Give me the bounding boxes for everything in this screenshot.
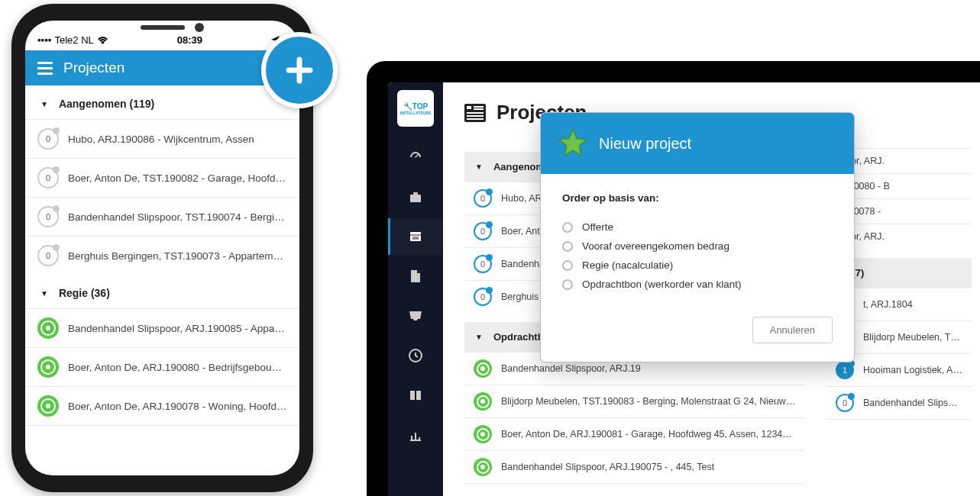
app-header: Projecten xyxy=(25,50,299,85)
radio-option[interactable]: Offerte xyxy=(562,217,833,237)
section-title: Regie (36) xyxy=(59,287,110,299)
list-item-text: Bandenhandel Slipspoor, ARJ.19 xyxy=(501,363,796,374)
list-item[interactable]: Boer, Anton De, ARJ.190081 - Garage, Hoo… xyxy=(464,417,805,450)
svg-rect-6 xyxy=(410,232,421,241)
nav-dashboard[interactable] xyxy=(388,139,443,176)
radio-label: Vooraf overeengekomen bedrag xyxy=(582,240,729,252)
page-title: Projecten xyxy=(63,60,270,76)
phone-speaker xyxy=(141,25,185,30)
count-badge: 0 xyxy=(37,245,59,266)
add-project-button[interactable] xyxy=(261,32,338,108)
phone-camera xyxy=(195,23,204,32)
nav-book[interactable] xyxy=(388,377,443,414)
list-item[interactable]: Boer, Anton De, ARJ.190078 - Woning, Hoo… xyxy=(25,386,299,426)
status-time: 08:39 xyxy=(177,34,202,46)
radio-label: Regie (nacalculatie) xyxy=(582,259,673,271)
list-item[interactable]: 0Bandenhandel Slipspoor, TST.190074 - Be… xyxy=(25,197,299,236)
count-badge: 0 xyxy=(37,206,59,227)
tablet-device: 🔧TOP INSTALLATEURS xyxy=(367,61,980,496)
list-item-text: Berghuis Bergingen, TST.190073 - Apparte… xyxy=(68,250,287,262)
target-badge-icon xyxy=(474,359,492,378)
nav-clock[interactable] xyxy=(388,337,443,374)
list-item-text: spoor, ARJ. xyxy=(836,156,962,166)
radio-icon xyxy=(562,222,573,233)
radio-option[interactable]: Opdrachtbon (werkorder van klant) xyxy=(562,275,833,294)
carrier-name: Tele2 NL xyxy=(54,34,93,46)
target-badge-icon xyxy=(37,395,59,417)
modal-title: Nieuw project xyxy=(599,135,691,153)
modal-prompt: Order op basis van: xyxy=(562,192,833,204)
list-item[interactable]: 0Boer, Anton De, TST.190082 - Garage, Ho… xyxy=(25,158,299,197)
projects-icon xyxy=(464,104,486,122)
app-logo[interactable]: 🔧TOP INSTALLATEURS xyxy=(397,90,434,127)
list-item[interactable]: 0Berghuis Bergingen, TST.190073 - Appart… xyxy=(25,236,299,275)
count-badge: 1 xyxy=(836,361,854,379)
target-badge-icon xyxy=(37,356,59,378)
list-item[interactable]: 0Bandenhandel Slipspoor, ARJ. xyxy=(826,386,972,420)
list-item-text: Bandenhandel Slipspoor, ARJ.190075 - , 4… xyxy=(501,462,796,472)
count-badge: 0 xyxy=(37,128,59,150)
list-item-text: spoor, ARJ. xyxy=(836,231,962,242)
list-item[interactable]: Bandenhandel Slipspoor, ARJ.190075 - , 4… xyxy=(464,450,805,484)
star-icon xyxy=(556,127,590,160)
list-item-text: Bandenhandel Slipspoor, ARJ.190085 - App… xyxy=(68,323,287,334)
list-item-text: Boer, Anton De, TST.190082 - Garage, Hoo… xyxy=(68,172,287,184)
radio-icon xyxy=(562,241,573,252)
target-badge-icon xyxy=(474,458,492,476)
count-badge: 0 xyxy=(37,167,59,188)
wifi-icon xyxy=(97,36,108,44)
radio-label: Offerte xyxy=(582,221,613,233)
nav-briefcase[interactable] xyxy=(388,179,443,215)
list-item-text: Hooiman Logistiek, ARJ.18035 xyxy=(863,365,962,375)
count-badge: 0 xyxy=(836,394,854,412)
target-badge-icon xyxy=(37,317,59,339)
nav-stats[interactable] xyxy=(388,417,443,453)
nav-inbox[interactable] xyxy=(388,298,443,334)
plus-icon xyxy=(284,55,315,85)
list-item-text: Boer, Anton De, ARJ.190080 - Bedrijfsgeb… xyxy=(68,362,287,373)
signal-icon: ▪▪▪▪ xyxy=(37,34,51,46)
sidebar: 🔧TOP INSTALLATEURS xyxy=(388,82,443,496)
radio-icon xyxy=(562,279,573,290)
target-badge-icon xyxy=(474,425,492,443)
target-badge-icon xyxy=(474,392,492,411)
list-item-text: Hubo, ARJ.190086 - Wijkcentrum, Assen xyxy=(68,134,287,145)
radio-option[interactable]: Vooraf overeengekomen bedrag xyxy=(562,237,833,256)
radio-icon xyxy=(562,260,573,271)
list-item-text: Boer, Anton De, ARJ.190081 - Garage, Hoo… xyxy=(501,429,796,440)
svg-rect-5 xyxy=(413,192,418,195)
nav-document[interactable] xyxy=(388,258,443,295)
list-item[interactable]: 0Hubo, ARJ.190086 - Wijkcentrum, Assen xyxy=(25,119,299,158)
count-badge: 0 xyxy=(474,189,492,208)
list-item-text: Bandenhandel Slipspoor, ARJ. xyxy=(863,398,962,408)
list-item-text: Bandenhandel Slipspoor, TST.190074 - Ber… xyxy=(68,211,287,223)
section-header[interactable]: ▼Aangenomen (119) xyxy=(25,85,299,119)
nav-projects[interactable] xyxy=(388,218,443,255)
svg-rect-4 xyxy=(410,195,421,202)
chevron-down-icon: ▼ xyxy=(40,100,48,108)
count-badge: 0 xyxy=(474,288,492,306)
count-badge: 0 xyxy=(474,222,492,240)
svg-rect-17 xyxy=(467,106,471,109)
list-item-text: J.190080 - B xyxy=(836,181,962,192)
cancel-button[interactable]: Annuleren xyxy=(752,317,833,343)
new-project-modal: Nieuw project Order op basis van: Offert… xyxy=(541,113,854,362)
list-item-text: J.190078 - xyxy=(836,206,962,217)
list-item[interactable]: Bandenhandel Slipspoor, ARJ.190085 - App… xyxy=(25,308,299,347)
count-badge: 0 xyxy=(474,255,492,273)
radio-label: Opdrachtbon (werkorder van klant) xyxy=(582,279,742,290)
chevron-down-icon: ▼ xyxy=(475,333,483,341)
list-item-text: t, ARJ.1804 xyxy=(863,299,962,310)
section-title: Aangenomen (119) xyxy=(59,98,154,110)
list-item[interactable]: Blijdorp Meubelen, TST.190083 - Berging,… xyxy=(464,385,805,417)
list-item-text: Blijdorp Meubelen, TST.190083 - Berging,… xyxy=(501,396,796,407)
chevron-down-icon: ▼ xyxy=(40,289,48,298)
list-item[interactable]: Boer, Anton De, ARJ.190080 - Bedrijfsgeb… xyxy=(25,347,299,386)
list-item-text: Boer, Anton De, ARJ.190078 - Woning, Hoo… xyxy=(68,401,287,412)
radio-option[interactable]: Regie (nacalculatie) xyxy=(562,256,833,275)
section-header[interactable]: ▼Regie (36) xyxy=(25,275,299,308)
chevron-down-icon: ▼ xyxy=(475,163,483,171)
menu-icon[interactable] xyxy=(37,62,53,75)
list-item-text: Blijdorp Meubelen, TST.19007 xyxy=(863,332,962,343)
